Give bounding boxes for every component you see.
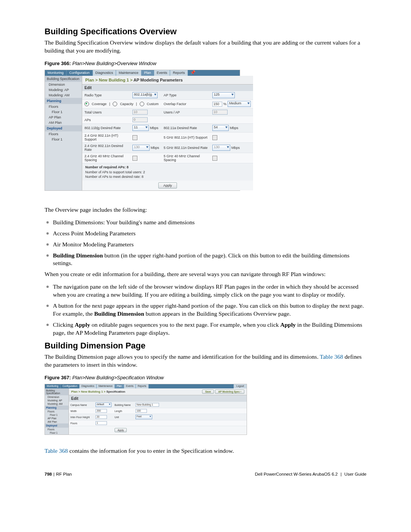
input-bname[interactable]: New Building 1 — [135, 403, 159, 407]
footer-doc: User Guide — [344, 472, 366, 476]
label-5-ht: 5 GHz 802.11n (HT) Support — [161, 133, 210, 142]
ap-modeling-spec-button[interactable]: AP Modeling Spec › — [215, 390, 244, 394]
input-overlap[interactable]: 150 — [212, 102, 222, 107]
radio-capacity[interactable] — [113, 102, 117, 106]
label-length: Length — [113, 408, 134, 414]
screenshot-specification-window: Monitoring Configuration Diagnostics Mai… — [45, 384, 247, 435]
tab-reports[interactable]: Reports — [170, 70, 188, 76]
tab-plan[interactable]: Plan — [142, 70, 154, 76]
tab-configuration-2[interactable]: Configuration — [61, 384, 80, 388]
input-aps: 0 — [132, 117, 148, 122]
sidebar-item-ap-plan-2[interactable]: AP Plan — [45, 417, 68, 420]
apply-button-2[interactable]: Apply — [115, 428, 127, 432]
sidebar-item-deployed-floor1[interactable]: Floor 1 — [45, 137, 82, 142]
select-campus[interactable]: default — [96, 403, 112, 407]
check-24-ht[interactable] — [132, 135, 137, 140]
sidebar-hdr-planning-2: Planning — [45, 406, 68, 410]
para-nav-intro: When you create or edit information for … — [45, 270, 366, 278]
label-bname: Building Name — [113, 402, 134, 408]
tab-monitoring-2[interactable]: Monitoring — [45, 384, 61, 388]
footer-section: RF Plan — [56, 472, 72, 476]
apply-button[interactable]: Apply — [158, 182, 177, 189]
footer-product: Dell PowerConnect W-Series ArubaOS 6.2 — [255, 472, 338, 476]
required-aps-block: Number of required APs: 8 Number of APs … — [82, 163, 253, 180]
sidebar-item-floors[interactable]: Floors — [45, 104, 82, 109]
tab-configuration[interactable]: Configuration — [67, 70, 93, 76]
label-total-users: Total Users — [82, 109, 130, 116]
input-floors-count[interactable]: 1 — [96, 421, 107, 425]
pin-icon[interactable]: 📌 — [188, 70, 198, 76]
heading-building-spec-overview: Building Specifications Overview — [45, 27, 366, 37]
label-5-40-sp: 5 GHz 40 MHz Channel Spacing — [161, 153, 210, 163]
sidebar-item-dimension-2[interactable]: Dimension — [45, 395, 68, 399]
label-coverage: Coverage — [92, 102, 107, 106]
input-width[interactable]: 200 — [96, 409, 107, 413]
sidebar-item-floor1-2[interactable]: Floor 1 — [45, 413, 68, 417]
required-aps-heading: Number of required APs: 8 — [85, 165, 250, 169]
check-24-40-sp[interactable] — [132, 156, 137, 161]
select-radio-type[interactable]: 802.11a|b|g — [132, 92, 158, 98]
sidebar-item-floor1[interactable]: Floor 1 — [45, 109, 82, 115]
select-a-rate[interactable]: 54 — [212, 125, 229, 131]
input-total-users: 10 — [132, 110, 148, 115]
tab-diagnostics[interactable]: Diagnostics — [93, 70, 116, 76]
para-dimpage-text: The Building Dimension page allows you t… — [45, 353, 320, 360]
link-table-368-2[interactable]: Table 368 — [45, 447, 68, 454]
breadcrumb-prefix-2: Plan > New Building 1 > — [71, 390, 106, 393]
nav-tabs-2: Monitoring Configuration Diagnostics Mai… — [45, 384, 247, 388]
radio-coverage[interactable] — [84, 102, 89, 106]
sidebar-item-modeling-ap-2[interactable]: Modeling: AP — [45, 399, 68, 402]
bullet-apmp: Access Point Modeling Parameters — [45, 230, 366, 238]
logout-button[interactable]: Logout — [234, 384, 247, 388]
link-table-368[interactable]: Table 368 — [320, 353, 343, 360]
label-24-n-rate: 2.4 GHz 802.11n Desired Rate — [82, 143, 130, 153]
tab-monitoring[interactable]: Monitoring — [45, 70, 67, 76]
label-aps: APs — [82, 116, 130, 123]
form-area-2: Campus Name default Building Name New Bu… — [69, 402, 247, 434]
input-users-ap: 10 — [212, 110, 228, 115]
sidebar-hdr-buildspec-2: Building Specification — [45, 388, 68, 395]
check-5-ht[interactable] — [212, 135, 217, 140]
figure-366-title: Plan>New Building>Overview Window — [72, 61, 156, 66]
select-ap-type[interactable]: 125 — [212, 92, 235, 98]
sidebar-item-dimension[interactable]: Dimension — [45, 82, 82, 87]
label-floors-count: Floors — [69, 420, 94, 426]
tab-maintenance[interactable]: Maintenance — [116, 70, 142, 76]
radio-custom[interactable] — [140, 102, 144, 106]
label-custom: Custom — [147, 102, 159, 106]
breadcrumb: Plan > New Building 1 > AP Modeling Para… — [82, 76, 253, 85]
select-unit[interactable]: Feet — [135, 415, 152, 419]
tab-reports-2[interactable]: Reports — [136, 384, 149, 388]
tab-diagnostics-2[interactable]: Diagnostics — [80, 384, 97, 388]
sidebar-item-deployed-floors-2[interactable]: Floors — [45, 428, 68, 431]
save-button[interactable]: Save — [202, 390, 214, 394]
tab-events[interactable]: Events — [154, 70, 170, 76]
unit-mbps-1: Mbps — [150, 126, 158, 130]
sidebar-item-modeling-ap[interactable]: Modeling: AP — [45, 87, 82, 93]
sidebar-item-deployed-floors[interactable]: Floors — [45, 131, 82, 137]
label-unit: Unit — [113, 414, 134, 420]
label-radio-type: Radio Type — [82, 91, 130, 99]
label-capacity: Capacity — [120, 102, 133, 106]
sidebar-item-deployed-floor1-2[interactable]: Floor 1 — [45, 431, 68, 435]
sidebar-item-am-plan[interactable]: AM Plan — [45, 120, 82, 125]
select-bg-rate[interactable]: 11 — [132, 125, 149, 131]
input-length[interactable]: 100 — [135, 409, 147, 413]
sidebar-item-ap-plan[interactable]: AP Plan — [45, 115, 82, 120]
check-5-40-sp[interactable] — [212, 156, 217, 161]
required-aps-line2: Number of APs to meet desired rate: 8 — [85, 174, 250, 179]
select-24-n-rate: 130 — [132, 145, 150, 151]
sidebar-item-am-plan-2[interactable]: AM Plan — [45, 420, 68, 423]
sidebar: Building Specification Dimension Modelin… — [45, 76, 82, 190]
sidebar-item-floors-2[interactable]: Floors — [45, 410, 68, 413]
tab-maintenance-2[interactable]: Maintenance — [97, 384, 115, 388]
para-intro-1: The Building Specification Overview wind… — [45, 39, 366, 55]
input-ifh[interactable]: 20 — [96, 415, 107, 419]
tab-events-2[interactable]: Events — [124, 384, 136, 388]
select-overlap-level[interactable]: Medium — [228, 101, 251, 107]
para-tableref2-rest: contains the information for you to ente… — [68, 447, 234, 454]
sidebar-item-modeling-am-2[interactable]: Modeling: AM — [45, 402, 68, 406]
figure-366-caption: Figure 366: Plan>New Building>Overview W… — [45, 60, 366, 67]
sidebar-item-modeling-am[interactable]: Modeling: AM — [45, 93, 82, 98]
tab-plan-2[interactable]: Plan — [115, 384, 124, 388]
